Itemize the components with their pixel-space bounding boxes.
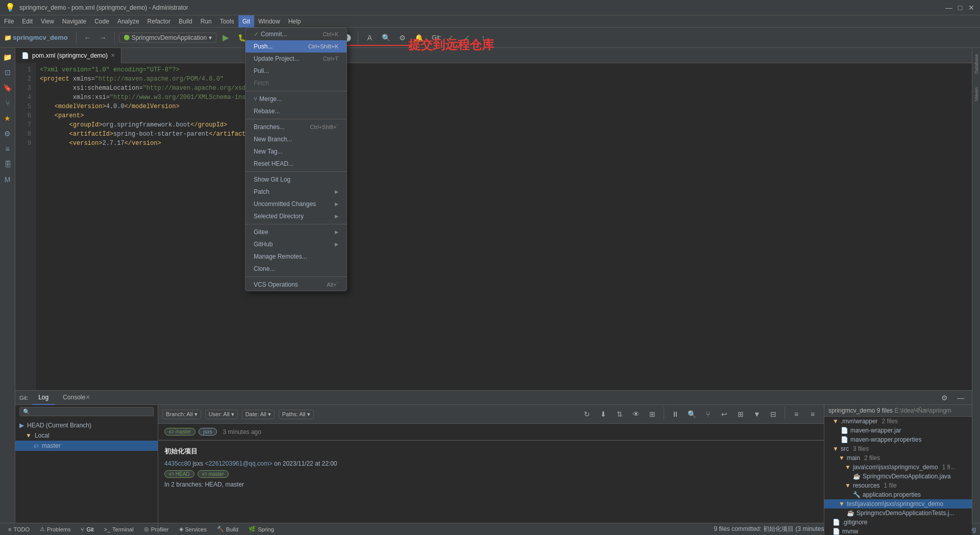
git-menu-push[interactable]: Push... Ctrl+Shift+K [246, 40, 347, 53]
file-tree-item-application[interactable]: 🔧 application.properties [824, 490, 972, 499]
menu-item-window[interactable]: Window [254, 15, 284, 28]
maximize-button[interactable]: □ [957, 4, 964, 11]
git-menu-update[interactable]: Update Project... Ctrl+T [246, 53, 347, 65]
log-filter-button[interactable]: ▼ [750, 407, 764, 421]
file-tree-item-jar[interactable]: 📄 maven-wrapper.jar [824, 426, 972, 435]
file-tree-item-props[interactable]: 📄 maven-wrapper.properties [824, 435, 972, 444]
eye-button[interactable]: 👁 [629, 407, 643, 421]
git-head-branch[interactable]: ▶ HEAD (Current Branch) [15, 420, 158, 430]
collapse-log-button[interactable]: ⇅ [612, 407, 627, 421]
tab-close-button[interactable]: ✕ [111, 53, 115, 58]
menu-item-tools[interactable]: Tools [216, 15, 238, 28]
sidebar-database-icon[interactable]: 🗄 [1, 157, 15, 171]
git-menu-reset-head[interactable]: Reset HEAD... [246, 158, 347, 170]
bottom-settings-button[interactable]: ⚙ [937, 391, 951, 405]
file-tree-item-app[interactable]: ☕ SpringmcvDemoApplication.java [824, 472, 972, 481]
code-content[interactable]: <?xml version="1.0" encoding="UTF-8"?> <… [36, 63, 972, 390]
sidebar-settings-icon[interactable]: ⚙ [1, 126, 15, 141]
file-tree-item-gitignore[interactable]: 📄 .gitignore [824, 518, 972, 527]
menu-item-build[interactable]: Build [175, 15, 197, 28]
log-tree-button[interactable]: ⑂ [701, 407, 715, 421]
git-menu-uncommitted[interactable]: Uncommitted Changes [246, 198, 347, 210]
git-menu-github[interactable]: GitHub [246, 238, 347, 250]
file-tree-item-java[interactable]: ▼ java\com\jsxs\springmcv_demo 1 fi... [824, 463, 972, 472]
fetch-log-button[interactable]: ⬇ [596, 407, 610, 421]
git-menu-selected-dir[interactable]: Selected Directory [246, 210, 347, 222]
refresh-log-button[interactable]: ↻ [580, 407, 594, 421]
bottom-minimize-button[interactable]: — [953, 391, 968, 405]
menu-item-help[interactable]: Help [284, 15, 305, 28]
menu-item-file[interactable]: File [0, 15, 18, 28]
file-tree-item-mvn[interactable]: ▼ .mvn\wrapper 2 files [824, 417, 972, 426]
git-menu-commit[interactable]: ✓Commit... Ctrl+K [246, 28, 347, 40]
git-menu-manage-remotes[interactable]: Manage Remotes... [246, 250, 347, 263]
log-align-right[interactable]: ≡ [805, 407, 820, 421]
forward-button[interactable]: → [96, 31, 110, 45]
bottom-tab-console[interactable]: Console ✕ [57, 391, 96, 405]
sidebar-structure-icon[interactable]: ≡ [1, 142, 15, 156]
run-button[interactable]: ▶ [218, 31, 233, 45]
translate-button[interactable]: A [362, 31, 377, 45]
menu-item-git[interactable]: Git [238, 15, 254, 28]
git-local-folder[interactable]: ▼ Local [15, 430, 158, 441]
menu-item-run[interactable]: Run [197, 15, 216, 28]
run-config-dropdown[interactable]: 🟢 SpringmcvDemoApplication ▾ [119, 33, 216, 43]
git-menu-clone[interactable]: Clone... [246, 263, 347, 275]
sidebar-maven-icon[interactable]: M [1, 172, 15, 187]
git-branch-master[interactable]: 🏷 master [15, 441, 158, 451]
file-tree-item-test[interactable]: ▼ test\java\com\jsxs\springmcv_demo [824, 499, 972, 508]
menu-item-edit[interactable]: Edit [18, 15, 37, 28]
maven-label[interactable]: Maven [974, 87, 979, 101]
minimize-button[interactable]: — [945, 4, 952, 11]
menu-item-code[interactable]: Code [90, 15, 113, 28]
back-button[interactable]: ← [81, 31, 95, 45]
database-label[interactable]: Database [974, 54, 979, 74]
file-tree-item-mvnw[interactable]: 📄 mvnw [824, 527, 972, 535]
git-menu-new-branch[interactable]: New Branch... [246, 133, 347, 145]
git-menu-pull[interactable]: Pull... [246, 65, 347, 77]
log-settings-button[interactable]: ⊞ [645, 407, 659, 421]
git-menu-rebase[interactable]: Rebase... [246, 105, 347, 117]
file-tree-item-main[interactable]: ▼ main 2 files [824, 453, 972, 463]
git-check-1[interactable]: ✓ [444, 31, 458, 45]
search-button[interactable]: 🔍 [379, 31, 393, 45]
log-expand-button[interactable]: ⊞ [733, 407, 748, 421]
log-undo-button[interactable]: ↩ [717, 407, 731, 421]
sidebar-star-icon[interactable]: ★ [1, 111, 15, 125]
git-search-input[interactable] [19, 407, 154, 416]
editor-tab-pom[interactable]: 📄 pom.xml (springmcv_demo) ✕ [15, 48, 121, 63]
commit-row-0[interactable]: 🏷 master jsxs 3 minutes ago [158, 424, 824, 440]
log-search-button[interactable]: 🔍 [684, 407, 699, 421]
git-menu-patch[interactable]: Patch [246, 186, 347, 198]
git-menu-gitee[interactable]: Gitee [246, 226, 347, 238]
log-align-left[interactable]: ≡ [789, 407, 803, 421]
settings-button[interactable]: ⚙ [395, 31, 409, 45]
sidebar-project-icon[interactable]: 📁 [1, 50, 15, 64]
updates-button[interactable]: 🔔 [411, 31, 426, 45]
user-filter[interactable]: User: All ▾ [205, 410, 238, 419]
git-arrow-up[interactable]: ↑ [476, 31, 491, 45]
file-tree-item-resources[interactable]: ▼ resources 1 file [824, 481, 972, 490]
menu-item-refactor[interactable]: Refactor [143, 15, 175, 28]
file-tree-item-src[interactable]: ▼ src 3 files [824, 444, 972, 453]
git-menu-merge[interactable]: ⑂Merge... [246, 93, 347, 105]
menu-item-view[interactable]: View [37, 15, 58, 28]
sidebar-git-icon[interactable]: ⑂ [1, 96, 15, 110]
git-check-2[interactable]: ✓ [460, 31, 474, 45]
git-menu-show-log[interactable]: Show Git Log [246, 173, 347, 186]
file-tree-item-tests[interactable]: ☕ SpringmcvDemoApplicationTests.j... [824, 508, 972, 518]
git-menu-branches[interactable]: Branches... Ctrl+Shift+` [246, 121, 347, 133]
git-menu-vcs-ops[interactable]: VCS Operations Alt+` [246, 278, 347, 291]
menu-item-analyze[interactable]: Analyze [113, 15, 143, 28]
sidebar-bookmark-icon[interactable]: 🔖 [1, 81, 15, 95]
pause-button[interactable]: ⏸ [668, 407, 682, 421]
close-button[interactable]: ✕ [968, 4, 975, 11]
branch-filter[interactable]: Branch: All ▾ [162, 410, 201, 419]
menu-item-navigate[interactable]: Navigate [58, 15, 90, 28]
sidebar-commit-icon[interactable]: ⊡ [1, 65, 15, 80]
log-grid-button[interactable]: ⊟ [766, 407, 780, 421]
paths-filter[interactable]: Paths: All ▾ [279, 410, 314, 419]
git-menu-new-tag[interactable]: New Tag... [246, 145, 347, 158]
date-filter[interactable]: Date: All ▾ [242, 410, 275, 419]
bottom-tab-log[interactable]: Log [32, 391, 55, 405]
